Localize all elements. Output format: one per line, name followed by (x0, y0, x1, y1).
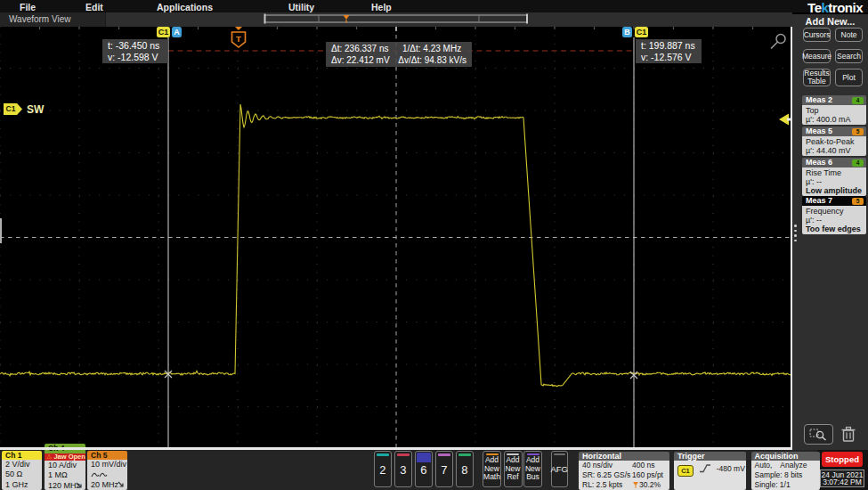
drag-dot (794, 240, 797, 242)
trigger-level: -480 mV (717, 464, 745, 473)
bus-color-stripe (527, 453, 539, 455)
cursor-b-badge[interactable]: B (622, 27, 632, 37)
acquisition-mode: Auto, Analyze (755, 461, 817, 470)
horizontal-scale: 40 ns/div (582, 461, 632, 470)
zoom-grip-icon[interactable] (771, 42, 778, 49)
add-new-bus-button[interactable]: Add New Bus (523, 451, 542, 487)
meas5-id: Meas 5 (806, 127, 832, 135)
ch4-termination: 1 MΩ (48, 470, 85, 480)
drag-dot (794, 230, 797, 233)
ch4-warning: ⚠ Jaw Open (45, 453, 85, 461)
trigger-position-cell: 30.2% (632, 480, 661, 490)
cursor-b-readout[interactable]: t: 199.887 ns v: -12.576 V (636, 39, 702, 63)
ch5-coupling-icon (91, 470, 109, 478)
meas5-value: µ': 44.40 mV (806, 146, 866, 155)
cursor-delta-readout[interactable]: Δt: 236.337 ns 1/Δt: 4.23 MHz Δv: 22.412… (326, 42, 472, 67)
delta-time: Δt: 236.337 ns (331, 43, 402, 54)
add-new-ref-button[interactable]: Add New Ref (504, 451, 523, 487)
channel-3-label: 3 (400, 463, 406, 477)
ch1-scale: 2 V/div (5, 460, 42, 470)
meas2-source-chip: 4 (852, 97, 864, 104)
horizontal-row-record: RL: 2.5 kpts 30.2% (582, 480, 667, 490)
menu-help[interactable]: Help (371, 2, 392, 12)
channel-button-2[interactable]: 2 (374, 451, 392, 487)
trigger-position-triangle[interactable] (234, 27, 243, 30)
channel-badge-ch5[interactable]: Ch 5 10 mV/div 20 MHz (87, 451, 127, 490)
minimap-trigger-icon (344, 15, 350, 20)
measure-button[interactable]: Measure (803, 49, 831, 63)
cursors-button[interactable]: Cursors (803, 28, 831, 42)
note-button[interactable]: Note (835, 28, 863, 42)
afg-label: AFG (550, 465, 568, 474)
waveform-plot[interactable]: T C1 A B C1 t: -36.450 ns v: -12.598 V Δ… (0, 27, 792, 448)
channel-button-8[interactable]: 8 (456, 451, 474, 487)
channel-badge-ch4[interactable]: Ch 4 ⚠ Jaw Open 10 A/div 1 MΩ 120 MHz (45, 444, 85, 490)
left-edge-drag-handle[interactable] (0, 218, 2, 243)
plot-bottom-border (0, 447, 792, 450)
meas6-header: Meas 6 4 (802, 158, 866, 167)
trash-button[interactable] (840, 424, 857, 445)
datetime-display: 24 Jun 2021 3:07:42 PM (820, 470, 864, 487)
delta-volt-per-time: Δv/Δt: 94.83 kV/s (398, 54, 466, 66)
cursor-a-readout[interactable]: t: -36.450 ns v: -12.598 V (102, 39, 168, 63)
channel-6-label: 6 (420, 463, 426, 477)
results-bar-drag-handle[interactable] (794, 225, 798, 244)
ch1-bandwidth: 1 GHz (5, 480, 42, 490)
delta-volt: Δv: 22.412 mV (331, 54, 398, 66)
drag-dot (794, 234, 797, 237)
meas7-value: µ': -- (806, 216, 866, 225)
channel-badge-ch1[interactable]: Ch 1 2 V/div 50 Ω 1 GHz (2, 451, 42, 490)
meas7-name: Frequency (806, 207, 866, 216)
results-table-button[interactable]: Results Table (803, 69, 831, 86)
measurement-badge-meas7[interactable]: Meas 7 5 Frequency µ': -- Too few edges (802, 196, 866, 234)
meas6-value: µ': -- (806, 177, 866, 186)
logo-pre: Te (807, 0, 821, 15)
measurement-badge-meas5[interactable]: Meas 5 5 Peak-to-Peak µ': 44.40 mV (802, 127, 866, 156)
meas5-name: Peak-to-Peak (806, 137, 866, 146)
meas7-status: Too few edges (806, 225, 866, 233)
cursor-a-time: t: -36.450 ns (108, 40, 163, 52)
trigger-badge[interactable]: Trigger C1 -480 mV (674, 452, 746, 490)
cursor-a-badge[interactable]: A (172, 27, 182, 37)
channel-6-color-cap (417, 453, 432, 462)
menu-bar: File Edit Applications Utility Help Tekt… (0, 0, 868, 12)
measurement-badge-meas6[interactable]: Meas 6 4 Rise Time µ': -- Low amplitude (802, 158, 866, 196)
acquisition-body: Auto, Analyze Sample: 8 bits Single: 1/1 (751, 461, 820, 490)
channel-2-label: 2 (379, 463, 385, 477)
meas6-body: Rise Time µ': -- Low amplitude (802, 167, 866, 196)
channel-button-6[interactable]: 6 (415, 451, 433, 487)
logo-post: tronix (828, 0, 863, 15)
add-new-math-label: Add New Math (483, 456, 500, 482)
measurement-badge-meas2[interactable]: Meas 2 4 Top µ': 400.0 mA (802, 95, 866, 125)
meas2-name: Top (806, 106, 866, 115)
afg-button[interactable]: AFG (551, 451, 569, 487)
acquisition-badge[interactable]: Acquisition Auto, Analyze Sample: 8 bits… (751, 452, 820, 490)
cursor-a-volt: v: -12.598 V (108, 52, 163, 63)
menu-utility[interactable]: Utility (288, 2, 314, 12)
channel-button-7[interactable]: 7 (435, 451, 453, 487)
menu-file[interactable]: File (20, 2, 36, 12)
math-color-stripe (486, 453, 499, 455)
cursor-b-source-badge[interactable]: C1 (635, 27, 648, 37)
meas6-status: Low amplitude (806, 186, 866, 195)
channel-button-3[interactable]: 3 (394, 451, 412, 487)
sample-rate: SR: 6.25 GS/s (582, 470, 632, 480)
rising-edge-icon (699, 463, 711, 473)
menu-applications[interactable]: Applications (157, 2, 213, 12)
run-stop-status-button[interactable]: Stopped (822, 452, 863, 468)
horizontal-badge[interactable]: Horizontal 40 ns/div 400 ns SR: 6.25 GS/… (579, 452, 669, 490)
horizontal-body: 40 ns/div 400 ns SR: 6.25 GS/s 160 ps/pt… (579, 461, 669, 490)
add-new-math-button[interactable]: Add New Math (483, 451, 501, 487)
record-view-minimap[interactable] (0, 12, 792, 27)
drag-dot (794, 225, 797, 227)
menu-edit[interactable]: Edit (85, 2, 103, 12)
cursor-b-volt: v: -12.576 V (641, 52, 696, 63)
trigger-position-icon (632, 481, 639, 488)
zoom-mode-button[interactable] (804, 424, 833, 445)
cursor-a-source-badge[interactable]: C1 (157, 27, 170, 37)
plot-button[interactable]: Plot (835, 69, 863, 86)
search-button[interactable]: Search (835, 49, 863, 63)
meas6-source-chip: 4 (852, 159, 864, 167)
meas7-source-chip: 5 (852, 198, 864, 205)
cursor-b-time: t: 199.887 ns (641, 40, 696, 52)
